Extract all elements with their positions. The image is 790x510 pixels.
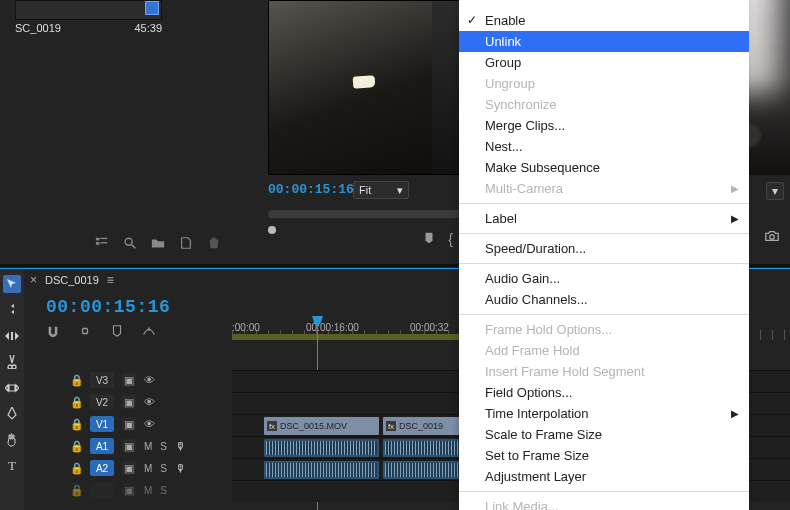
program-scrubber[interactable] xyxy=(268,208,463,224)
menu-item-setfs[interactable]: Set to Frame Size xyxy=(459,445,749,466)
search-icon[interactable] xyxy=(123,236,137,250)
menu-item-adjlayer[interactable]: Adjustment Layer xyxy=(459,466,749,487)
project-thumbnail[interactable] xyxy=(15,0,162,20)
video-clip[interactable]: fx DSC_0019 xyxy=(383,417,463,435)
close-sequence-button[interactable]: × xyxy=(30,273,37,287)
lock-icon[interactable]: 🔒 xyxy=(70,484,82,497)
toggle-output-icon[interactable]: ▣ xyxy=(122,395,136,409)
eye-icon[interactable]: 👁 xyxy=(144,418,155,430)
track-label[interactable] xyxy=(90,482,114,498)
project-panel-icons xyxy=(95,236,221,250)
menu-item-unlink[interactable]: Unlink xyxy=(459,31,749,52)
hand-tool[interactable] xyxy=(3,431,21,449)
track-label[interactable]: V2 xyxy=(90,394,114,410)
svg-rect-1 xyxy=(96,242,100,245)
pen-tool[interactable] xyxy=(3,405,21,423)
check-icon: ✓ xyxy=(467,13,477,27)
audio-clip[interactable] xyxy=(264,439,379,457)
toggle-output-icon[interactable]: ▣ xyxy=(122,461,136,475)
toggle-output-icon[interactable]: ▣ xyxy=(122,439,136,453)
video-clip[interactable]: fx DSC_0015.MOV xyxy=(264,417,379,435)
type-tool[interactable]: T xyxy=(3,457,21,475)
timeline-timecode[interactable]: 00:00:15:16 xyxy=(46,297,170,317)
track-label[interactable]: V1 xyxy=(90,416,114,432)
menu-separator xyxy=(459,314,749,315)
solo-button[interactable]: S xyxy=(160,463,167,474)
menu-item-channels[interactable]: Audio Channels... xyxy=(459,289,749,310)
add-marker-icon[interactable] xyxy=(110,324,124,341)
new-item-icon[interactable] xyxy=(179,236,193,250)
menu-item-fho: Frame Hold Options... xyxy=(459,319,749,340)
audio-clip[interactable] xyxy=(383,461,463,479)
track-header-a3[interactable]: 🔒 ▣ M S xyxy=(30,479,230,501)
list-view-icon[interactable] xyxy=(95,236,109,250)
eye-icon[interactable]: 👁 xyxy=(144,374,155,386)
clip-name: DSC_0019 xyxy=(399,421,443,431)
menu-item-label: Field Options... xyxy=(485,385,572,400)
program-timecode[interactable]: 00:00:15:16 xyxy=(268,182,354,197)
menu-item-enable[interactable]: ✓Enable xyxy=(459,10,749,31)
menu-item-speed[interactable]: Speed/Duration... xyxy=(459,238,749,259)
lock-icon[interactable]: 🔒 xyxy=(70,374,82,387)
razor-tool[interactable] xyxy=(3,353,21,371)
mute-button[interactable]: M xyxy=(144,463,152,474)
mute-button[interactable]: M xyxy=(144,485,152,496)
camera-icon[interactable] xyxy=(764,229,780,246)
trash-icon[interactable] xyxy=(207,236,221,250)
lock-icon[interactable]: 🔒 xyxy=(70,396,82,409)
svg-rect-2 xyxy=(100,238,107,239)
selection-tool[interactable] xyxy=(3,275,21,293)
track-label[interactable]: A2 xyxy=(90,460,114,476)
panel-menu-icon[interactable]: ≡ xyxy=(107,273,114,287)
track-label[interactable]: V3 xyxy=(90,372,114,388)
menu-item-field[interactable]: Field Options... xyxy=(459,382,749,403)
snap-icon[interactable] xyxy=(46,324,60,341)
menu-item-addhold: Add Frame Hold xyxy=(459,340,749,361)
linked-selection-icon[interactable] xyxy=(78,324,92,341)
menu-item-group[interactable]: Group xyxy=(459,52,749,73)
solo-button[interactable]: S xyxy=(160,485,167,496)
submenu-arrow-icon: ▶ xyxy=(731,408,739,419)
track-header-v2[interactable]: 🔒 V2 ▣ 👁 xyxy=(30,391,230,413)
track-header-a1[interactable]: 🔒 A1 ▣ M S 🎙 xyxy=(30,435,230,457)
menu-item-label[interactable]: Label▶ xyxy=(459,208,749,229)
menu-item-makesub[interactable]: Make Subsequence xyxy=(459,157,749,178)
lock-icon[interactable]: 🔒 xyxy=(70,462,82,475)
work-area-bar[interactable] xyxy=(232,334,462,340)
track-header-v3[interactable]: 🔒 V3 ▣ 👁 xyxy=(30,369,230,391)
menu-item-scalefs[interactable]: Scale to Frame Size xyxy=(459,424,749,445)
track-label[interactable]: A1 xyxy=(90,438,114,454)
ripple-tool[interactable] xyxy=(3,327,21,345)
right-zoom-dropdown[interactable]: ▾ xyxy=(766,182,784,200)
toggle-output-icon[interactable]: ▣ xyxy=(122,417,136,431)
settings-icon[interactable] xyxy=(142,324,156,341)
solo-button[interactable]: S xyxy=(160,441,167,452)
menu-cutoff-row xyxy=(459,0,749,10)
track-select-tool[interactable] xyxy=(3,301,21,319)
in-bracket-icon[interactable]: { xyxy=(448,231,453,248)
program-frame[interactable] xyxy=(268,0,463,175)
sequence-name[interactable]: DSC_0019 xyxy=(45,274,99,286)
voiceover-icon[interactable]: 🎙 xyxy=(175,462,186,474)
new-bin-icon[interactable] xyxy=(151,236,165,250)
menu-item-merge[interactable]: Merge Clips... xyxy=(459,115,749,136)
mute-button[interactable]: M xyxy=(144,441,152,452)
lock-icon[interactable]: 🔒 xyxy=(70,418,82,431)
marker-icon[interactable] xyxy=(422,231,436,248)
toggle-output-icon[interactable]: ▣ xyxy=(122,373,136,387)
track-header-v1[interactable]: 🔒 V1 ▣ 👁 xyxy=(30,413,230,435)
audio-clip[interactable] xyxy=(383,439,463,457)
slip-tool[interactable] xyxy=(3,379,21,397)
zoom-dropdown[interactable]: Fit ▾ xyxy=(353,181,409,199)
track-header-a2[interactable]: 🔒 A2 ▣ M S 🎙 xyxy=(30,457,230,479)
toggle-output-icon[interactable]: ▣ xyxy=(122,483,136,497)
svg-line-5 xyxy=(132,245,136,249)
menu-item-nest[interactable]: Nest... xyxy=(459,136,749,157)
menu-item-timeinterp[interactable]: Time Interpolation▶ xyxy=(459,403,749,424)
audio-clip[interactable] xyxy=(264,461,379,479)
eye-icon[interactable]: 👁 xyxy=(144,396,155,408)
submenu-arrow-icon: ▶ xyxy=(731,213,739,224)
voiceover-icon[interactable]: 🎙 xyxy=(175,440,186,452)
menu-item-gain[interactable]: Audio Gain... xyxy=(459,268,749,289)
lock-icon[interactable]: 🔒 xyxy=(70,440,82,453)
